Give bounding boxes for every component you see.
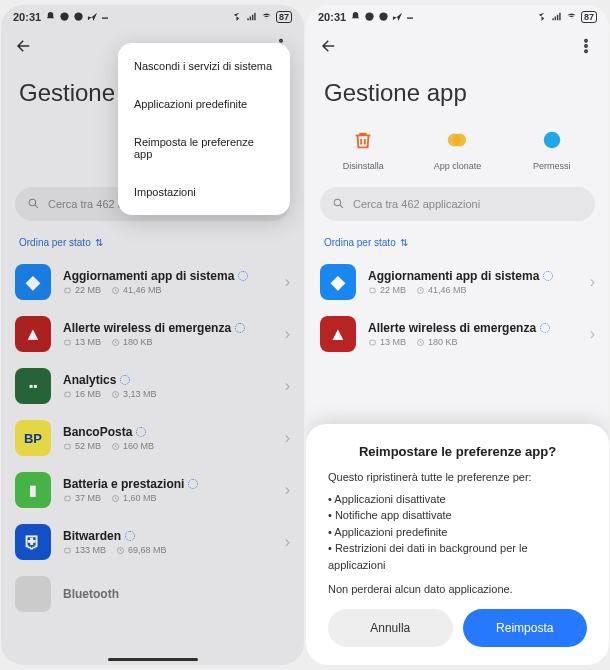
loading-icon <box>543 271 553 281</box>
menu-reset-prefs[interactable]: Reimposta le preferenze app <box>118 123 290 173</box>
search-icon <box>27 197 40 212</box>
menu-settings[interactable]: Impostazioni <box>118 173 290 211</box>
svg-rect-12 <box>65 444 70 449</box>
cancel-button[interactable]: Annulla <box>328 609 453 647</box>
app-icon-android: ▪▪ <box>29 379 38 393</box>
confirm-button[interactable]: Reimposta <box>463 609 588 647</box>
signal-icon <box>246 11 257 24</box>
back-button[interactable] <box>15 37 33 59</box>
status-time: 20:31 <box>13 11 41 23</box>
svg-rect-14 <box>65 496 70 501</box>
app-row[interactable]: ▮ Batteria e prestazioni 37 MB 1,60 MB › <box>1 464 304 516</box>
svg-rect-8 <box>65 340 70 345</box>
overflow-menu: Nascondi i servizi di sistema Applicazio… <box>118 43 290 215</box>
search-input[interactable]: Cerca tra 462 applicazioni <box>320 187 595 221</box>
loading-icon <box>120 375 130 385</box>
screenshot-left: 20:31 ··· 87 Gestione a <box>1 5 304 665</box>
chevron-right-icon: › <box>285 273 290 291</box>
svg-rect-29 <box>370 340 375 345</box>
svg-point-26 <box>334 199 341 206</box>
svg-point-5 <box>29 199 36 206</box>
chevron-right-icon: › <box>285 481 290 499</box>
chevron-right-icon: › <box>590 273 595 291</box>
svg-point-20 <box>585 40 587 42</box>
screenshot-right: 20:31 ··· 87 Gestione app <box>306 5 609 665</box>
app-icon-bitwarden: ⛨ <box>24 532 42 553</box>
chevron-right-icon: › <box>285 533 290 551</box>
svg-point-19 <box>380 12 388 20</box>
action-uninstall[interactable]: Disinstalla <box>323 127 403 171</box>
svg-point-2 <box>280 40 282 42</box>
sort-control[interactable]: Ordina per stato ⇅ <box>1 235 304 256</box>
sort-icon: ⇅ <box>95 237 103 248</box>
bluetooth-icon <box>231 11 242 24</box>
clone-icon <box>446 129 468 155</box>
action-clone[interactable]: App clonate <box>417 127 497 171</box>
svg-rect-27 <box>370 288 375 293</box>
gesture-bar <box>108 658 198 661</box>
chevron-right-icon: › <box>285 429 290 447</box>
action-permissions[interactable]: Permessi <box>512 127 592 171</box>
status-bar: 20:31 ··· 87 <box>1 5 304 29</box>
loading-icon <box>136 427 146 437</box>
app-row[interactable]: ▲ Allerte wireless di emergenza 13 MB 18… <box>1 308 304 360</box>
trash-icon <box>352 129 374 155</box>
app-row[interactable]: ▪▪ Analytics 16 MB 3,13 MB › <box>1 360 304 412</box>
app-icon-alert: ▲ <box>329 324 347 345</box>
app-row[interactable]: ⛨ Bitwarden 133 MB 69,68 MB › <box>1 516 304 568</box>
dialog-bullets: Applicazioni disattivate Notifiche app d… <box>328 491 587 574</box>
dialog-title: Reimpostare le preferenze app? <box>328 444 587 459</box>
app-icon-bancoposta: BP <box>24 431 42 446</box>
action-row: Disinstalla App clonate Permessi <box>306 123 609 187</box>
loading-icon <box>235 323 245 333</box>
search-placeholder: Cerca tra 462 applicazioni <box>353 198 480 210</box>
app-row[interactable]: ▲ Allerte wireless di emergenza 13 MB 18… <box>306 308 609 360</box>
svg-rect-10 <box>65 392 70 397</box>
app-row[interactable]: ◆ Aggiornamenti app di sistema 22 MB 41,… <box>306 256 609 308</box>
app-row[interactable]: Bluetooth <box>1 568 304 620</box>
app-row[interactable]: ◆ Aggiornamenti app di sistema 22 MB 41,… <box>1 256 304 308</box>
toolbar <box>306 29 609 67</box>
svg-point-25 <box>544 132 561 149</box>
dialog-note: Non perderai alcun dato applicazione. <box>328 583 587 595</box>
svg-point-22 <box>585 50 587 52</box>
app-icon-shield: ◆ <box>331 271 345 293</box>
wifi-icon <box>261 11 272 24</box>
app-row[interactable]: BP BancoPosta 52 MB 160 MB › <box>1 412 304 464</box>
app-icon-battery: ▮ <box>29 482 37 498</box>
loading-icon <box>125 531 135 541</box>
svg-rect-6 <box>65 288 70 293</box>
status-icons-left: ··· <box>45 11 107 24</box>
loading-icon <box>540 323 550 333</box>
wifi-icon <box>566 11 577 24</box>
battery-indicator: 87 <box>276 11 292 23</box>
svg-point-1 <box>75 12 83 20</box>
app-list: ◆ Aggiornamenti app di sistema 22 MB 41,… <box>306 256 609 360</box>
menu-default-apps[interactable]: Applicazioni predefinite <box>118 85 290 123</box>
sort-icon: ⇅ <box>400 237 408 248</box>
sort-control[interactable]: Ordina per stato ⇅ <box>306 235 609 256</box>
svg-rect-16 <box>65 548 70 553</box>
back-button[interactable] <box>320 37 338 59</box>
app-list: ◆ Aggiornamenti app di sistema 22 MB 41,… <box>1 256 304 620</box>
page-title: Gestione app <box>306 67 609 123</box>
battery-indicator: 87 <box>581 11 597 23</box>
app-icon-alert: ▲ <box>24 324 42 345</box>
status-bar: 20:31 ··· 87 <box>306 5 609 29</box>
chevron-right-icon: › <box>590 325 595 343</box>
app-icon-shield: ◆ <box>26 271 40 293</box>
chevron-right-icon: › <box>285 377 290 395</box>
status-time: 20:31 <box>318 11 346 23</box>
signal-icon <box>551 11 562 24</box>
menu-hide-system[interactable]: Nascondi i servizi di sistema <box>118 47 290 85</box>
svg-point-24 <box>454 134 467 147</box>
more-button[interactable] <box>577 37 595 59</box>
svg-point-21 <box>585 45 587 47</box>
dialog-intro: Questo ripristinerà tutte le preferenze … <box>328 471 587 483</box>
loading-icon <box>238 271 248 281</box>
chevron-right-icon: › <box>285 325 290 343</box>
search-icon <box>332 197 345 212</box>
shield-icon <box>541 129 563 155</box>
loading-icon <box>188 479 198 489</box>
bluetooth-icon <box>536 11 547 24</box>
